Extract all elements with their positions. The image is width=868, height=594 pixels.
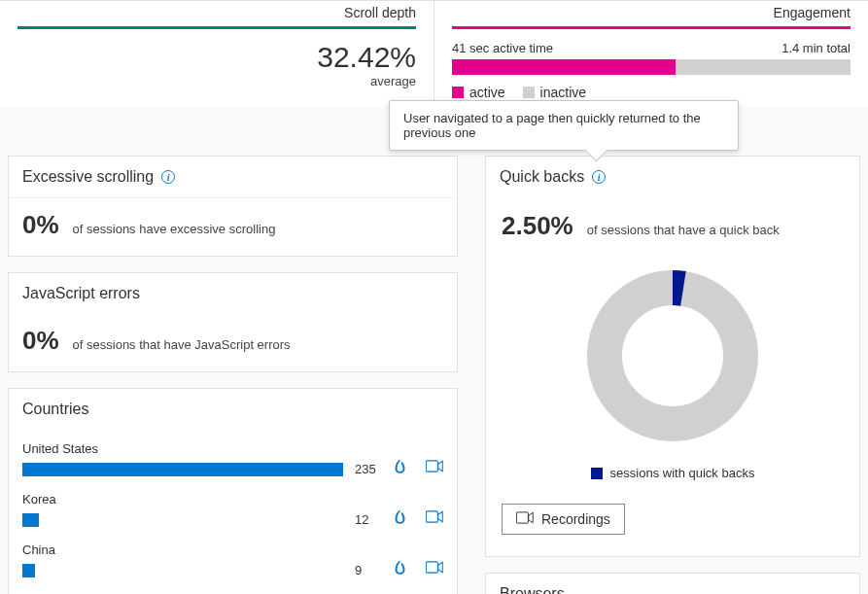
svg-rect-5 [516,512,528,523]
country-row: China9 [22,542,443,579]
recordings-icon[interactable] [426,561,443,579]
country-bar [22,463,343,476]
tooltip-text: User navigated to a page then quickly re… [403,111,701,140]
engagement-bar-fill [452,59,676,75]
country-bar-row: 235 [22,460,443,478]
info-icon[interactable]: i [592,170,606,184]
engagement-legend: active inactive [452,85,851,100]
quick-backs-card: Quick backs i 2.50% of sessions that hav… [485,156,860,557]
scroll-depth-underline [17,26,416,29]
country-name: United States [22,441,443,456]
quick-backs-tooltip: User navigated to a page then quickly re… [389,100,739,151]
left-column: Excessive scrolling i 0% of sessions hav… [8,156,458,594]
country-bar-track [22,564,343,577]
recordings-button[interactable]: Recordings [502,504,625,535]
excessive-scrolling-header: Excessive scrolling i [9,157,457,198]
engagement-active-time: 41 sec active time [452,41,553,55]
scroll-depth-value: 32.42% [17,41,416,74]
engagement-times: 41 sec active time 1.4 min total [452,41,851,55]
engagement-total-time: 1.4 min total [781,41,851,55]
countries-header: Countries [9,389,457,430]
excessive-scrolling-value: 0% [22,210,59,240]
js-errors-title: JavaScript errors [22,285,140,302]
scroll-depth-panel: Scroll depth 32.42% average [0,1,434,107]
heatmap-icon[interactable] [394,460,406,478]
info-icon[interactable]: i [161,170,175,184]
js-errors-body: 0% of sessions that have JavaScript erro… [9,314,457,371]
js-errors-value: 0% [22,326,59,356]
countries-title: Countries [22,401,88,418]
browsers-header: Browsers [486,574,859,594]
country-bar-row: 9 [22,561,443,579]
country-bar [22,564,35,577]
browsers-card: Browsers [485,573,860,594]
browsers-title: Browsers [500,585,565,594]
camera-icon [516,511,534,527]
swatch-navy [591,468,603,479]
scroll-depth-title: Scroll depth [17,5,416,26]
country-count: 9 [355,563,382,577]
country-row: Korea12 [22,492,443,529]
legend-active: active [452,85,505,100]
country-row: United States235 [22,441,443,478]
countries-body: United States235Korea12China9Canada [9,430,457,594]
svg-rect-1 [426,511,437,522]
heatmap-icon[interactable] [394,561,406,579]
quick-backs-legend: sessions with quick backs [502,466,844,480]
excessive-scrolling-title: Excessive scrolling [22,168,154,186]
scroll-depth-sub: average [17,74,416,88]
js-errors-header: JavaScript errors [9,273,457,314]
country-name: China [22,542,443,557]
engagement-panel: Engagement 41 sec active time 1.4 min to… [434,1,868,107]
country-bar-track [22,463,343,476]
legend-active-label: active [469,85,505,100]
quick-backs-header: Quick backs i [486,157,859,197]
country-count: 235 [355,462,382,476]
engagement-underline [452,26,851,29]
quick-backs-value: 2.50% [502,211,573,241]
svg-point-3 [605,288,741,424]
recordings-icon[interactable] [426,510,443,529]
quick-backs-label: of sessions that have a quick back [587,223,780,237]
excessive-scrolling-label: of sessions have excessive scrolling [73,222,276,236]
js-errors-label: of sessions that have JavaScript errors [73,337,291,352]
country-count: 12 [355,512,382,527]
svg-rect-0 [426,461,437,472]
recordings-icon[interactable] [426,460,443,478]
right-column: Quick backs i 2.50% of sessions that hav… [485,156,860,594]
legend-inactive: inactive [523,85,586,100]
quick-backs-body: 2.50% of sessions that have a quick back… [486,197,859,556]
swatch-active [452,87,464,98]
excessive-scrolling-card: Excessive scrolling i 0% of sessions hav… [8,156,458,257]
country-bar [22,513,39,527]
engagement-title: Engagement [452,5,851,26]
countries-card: Countries United States235Korea12China9C… [8,388,458,594]
swatch-inactive [523,87,535,98]
js-errors-card: JavaScript errors 0% of sessions that ha… [8,272,458,372]
engagement-bar [452,59,851,75]
top-metrics-row: Scroll depth 32.42% average Engagement 4… [0,0,868,107]
heatmap-icon[interactable] [394,510,406,529]
svg-rect-2 [426,562,437,573]
legend-inactive-label: inactive [540,85,586,100]
main-grid: Excessive scrolling i 0% of sessions hav… [0,107,868,594]
recordings-button-label: Recordings [541,511,610,527]
excessive-scrolling-body: 0% of sessions have excessive scrolling [9,198,457,256]
country-bar-row: 12 [22,510,443,529]
quick-backs-donut [502,259,844,456]
quick-backs-title: Quick backs [500,168,584,186]
country-bar-track [22,513,343,527]
quick-backs-legend-label: sessions with quick backs [610,466,755,480]
country-name: Korea [22,492,443,507]
